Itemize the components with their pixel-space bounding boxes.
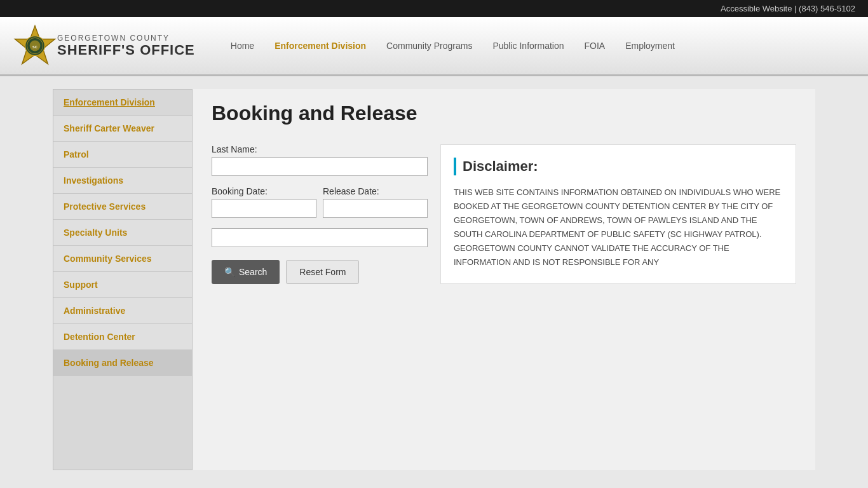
top-bar: Accessible Website | (843) 546-5102 xyxy=(0,0,868,17)
sidebar-item-enforcement[interactable]: Enforcement Division xyxy=(53,90,192,116)
release-date-input[interactable] xyxy=(323,199,428,218)
date-row: Booking Date: Release Date: xyxy=(212,186,428,218)
search-label: Search xyxy=(239,267,267,277)
extra-field-group xyxy=(212,228,428,247)
office-name: SHERIFF'S OFFICE xyxy=(57,43,195,58)
logo-text: Georgetown County SHERIFF'S OFFICE xyxy=(57,34,195,58)
site-header: SC Georgetown County SHERIFF'S OFFICE Ho… xyxy=(0,17,868,76)
phone-number: (843) 546-5102 xyxy=(799,4,855,13)
sidebar-item-detention[interactable]: Detention Center xyxy=(53,324,192,350)
sidebar-item-patrol[interactable]: Patrol xyxy=(53,142,192,168)
sidebar-item-support[interactable]: Support xyxy=(53,272,192,298)
nav-foia[interactable]: FOIA xyxy=(574,36,616,56)
last-name-label: Last Name: xyxy=(212,144,428,154)
booking-date-group: Booking Date: xyxy=(212,186,316,218)
release-date-group: Release Date: xyxy=(323,186,428,218)
sidebar-item-investigations[interactable]: Investigations xyxy=(53,168,192,194)
sidebar-item-specialty[interactable]: Specialty Units xyxy=(53,220,192,246)
nav-public-info[interactable]: Public Information xyxy=(482,36,574,56)
search-icon: 🔍 xyxy=(224,267,235,277)
sidebar-item-booking[interactable]: Booking and Release xyxy=(53,350,192,376)
extra-input[interactable] xyxy=(212,228,428,247)
disclaimer-title: Disclaimer: xyxy=(463,158,538,175)
accessible-text: Accessible Website xyxy=(721,4,792,13)
logo-area: SC Georgetown County SHERIFF'S OFFICE xyxy=(13,24,195,68)
content-area: Last Name: Booking Date: Release Date: xyxy=(212,144,796,284)
sidebar-item-protective[interactable]: Protective Services xyxy=(53,194,192,220)
sheriff-badge-icon: SC xyxy=(13,24,57,68)
page-content: Enforcement Division Sheriff Carter Weav… xyxy=(53,89,815,470)
disclaimer-text: THIS WEB SITE CONTAINS INFORMATION OBTAI… xyxy=(454,186,783,270)
booking-date-label: Booking Date: xyxy=(212,186,316,196)
sidebar-item-community[interactable]: Community Services xyxy=(53,246,192,272)
svg-text:SC: SC xyxy=(32,45,37,49)
county-name: Georgetown County xyxy=(57,34,195,43)
nav-enforcement[interactable]: Enforcement Division xyxy=(264,36,376,56)
reset-button[interactable]: Reset Form xyxy=(286,260,359,284)
disclaimer-accent-bar xyxy=(454,158,456,175)
sidebar: Enforcement Division Sheriff Carter Weav… xyxy=(53,89,193,470)
nav-home[interactable]: Home xyxy=(220,36,264,56)
page-title: Booking and Release xyxy=(212,102,796,125)
booking-date-input[interactable] xyxy=(212,199,316,218)
main-content: Booking and Release Last Name: Booking D… xyxy=(193,89,815,470)
last-name-input[interactable] xyxy=(212,157,428,176)
sidebar-item-sheriff[interactable]: Sheriff Carter Weaver xyxy=(53,116,192,142)
release-date-label: Release Date: xyxy=(323,186,428,196)
main-nav: Home Enforcement Division Community Prog… xyxy=(220,36,855,56)
disclaimer-section: Disclaimer: THIS WEB SITE CONTAINS INFOR… xyxy=(440,144,796,284)
disclaimer-title-area: Disclaimer: xyxy=(454,158,783,175)
nav-community[interactable]: Community Programs xyxy=(376,36,482,56)
nav-employment[interactable]: Employment xyxy=(615,36,685,56)
button-row: 🔍 Search Reset Form xyxy=(212,260,428,284)
sidebar-item-administrative[interactable]: Administrative xyxy=(53,298,192,324)
last-name-group: Last Name: xyxy=(212,144,428,176)
search-button[interactable]: 🔍 Search xyxy=(212,260,280,284)
booking-form: Last Name: Booking Date: Release Date: xyxy=(212,144,428,284)
